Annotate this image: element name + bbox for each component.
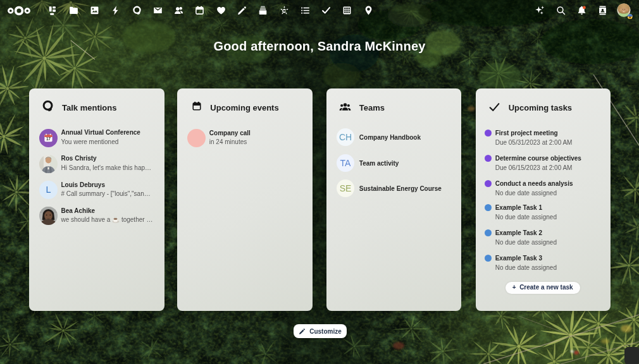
svg-text:L: L xyxy=(46,185,51,195)
svg-text:SE: SE xyxy=(339,183,351,193)
svg-text:17: 17 xyxy=(46,136,51,141)
svg-text:TA: TA xyxy=(340,158,351,168)
svg-text:CH: CH xyxy=(339,132,352,142)
